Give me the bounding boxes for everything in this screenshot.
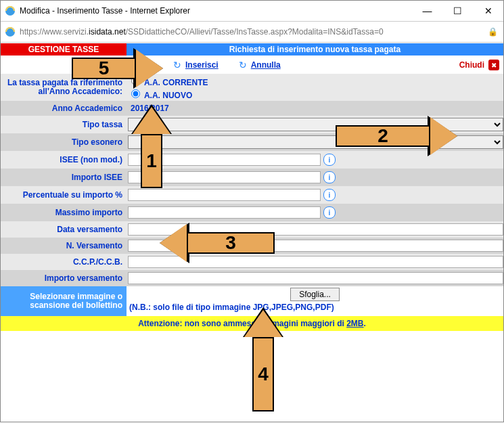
label-selezionare: Selezionare immagine o scansione del bol… (1, 286, 127, 316)
window-title: Modifica - Inserimento Tasse - Internet … (20, 6, 412, 16)
insert-icon: ↻ (173, 60, 181, 70)
input-n-versamento[interactable] (128, 240, 503, 252)
label-importo-isee: Importo ISEE (1, 173, 127, 182)
inserisci-link[interactable]: Inserisci (185, 60, 219, 70)
header-blue: Richiesta di inserimento nuova tassa pag… (127, 43, 503, 55)
minimize-button[interactable]: — (412, 1, 442, 20)
info-icon[interactable]: i (323, 171, 336, 183)
label-tipo-tassa: Tipo tassa (1, 120, 127, 129)
warning-link[interactable]: 2MB (346, 319, 363, 328)
anno-accademico-value: 2016/2017 (128, 104, 169, 113)
input-percentuale[interactable] (128, 189, 321, 201)
input-importo-versamento[interactable] (128, 272, 503, 284)
info-icon[interactable]: i (323, 154, 336, 166)
sfoglia-button[interactable]: Sfoglia... (290, 288, 340, 301)
label-massimo: Massimo importo (1, 208, 127, 217)
header-red: GESTIONE TASSE (1, 43, 127, 55)
maximize-button[interactable]: ☐ (442, 1, 473, 20)
url-text[interactable]: https://www.servizi.isidata.net/SSDidatt… (20, 27, 486, 37)
label-percentuale: Percentuale su importo % (1, 190, 127, 200)
file-note: (N.B.: solo file di tipo immagine JPG,JP… (129, 303, 334, 312)
address-bar: https://www.servizi.isidata.net/SSDidatt… (1, 22, 503, 43)
input-importo-isee[interactable] (128, 171, 321, 183)
input-data-versamento[interactable] (128, 223, 503, 236)
titlebar: Modifica - Inserimento Tasse - Internet … (1, 1, 503, 22)
label-importo-vers: Importo versamento (1, 273, 127, 283)
close-red-icon[interactable]: ✖ (488, 60, 499, 70)
annulla-link[interactable]: Annulla (251, 60, 281, 70)
label-aa-ref: La tassa pagata fa riferimento all'Anno … (1, 79, 127, 96)
label-data-vers: Data versamento (1, 225, 127, 234)
cancel-icon: ↻ (239, 60, 247, 70)
radio-aa-nuovo[interactable]: A.A. NUOVO (128, 87, 208, 100)
top-links: ↻ Inserisci ↻ Annulla Chiudi ✖ (1, 56, 503, 74)
select-tipo-esonero[interactable] (128, 135, 503, 149)
chiudi-label[interactable]: Chiudi (459, 60, 484, 70)
input-ccp[interactable] (128, 256, 503, 268)
label-isee: ISEE (non mod.) (1, 155, 127, 164)
info-icon[interactable]: i (323, 206, 336, 219)
label-anno-accademico: Anno Accademico (1, 104, 127, 113)
label-tipo-esonero: Tipo esonero (1, 137, 127, 147)
select-tipo-tassa[interactable] (128, 118, 503, 131)
header-strip: GESTIONE TASSE Richiesta di inserimento … (1, 43, 503, 56)
info-icon[interactable]: i (323, 189, 336, 201)
ie-logo-icon (5, 5, 16, 16)
input-isee[interactable] (128, 154, 321, 166)
radio-aa-corrente[interactable]: A.A. CORRENTE (128, 74, 208, 87)
warning-bar: Attenzione: non sono ammesse immagini ma… (1, 316, 503, 331)
close-window-button[interactable]: ✕ (473, 1, 503, 20)
label-ccp: C.C.P./C.C.B. (1, 257, 127, 267)
ie-small-icon (5, 26, 16, 37)
lock-icon: 🔒 (486, 27, 499, 37)
input-massimo[interactable] (128, 206, 321, 219)
label-n-vers: N. Versamento (1, 241, 127, 250)
